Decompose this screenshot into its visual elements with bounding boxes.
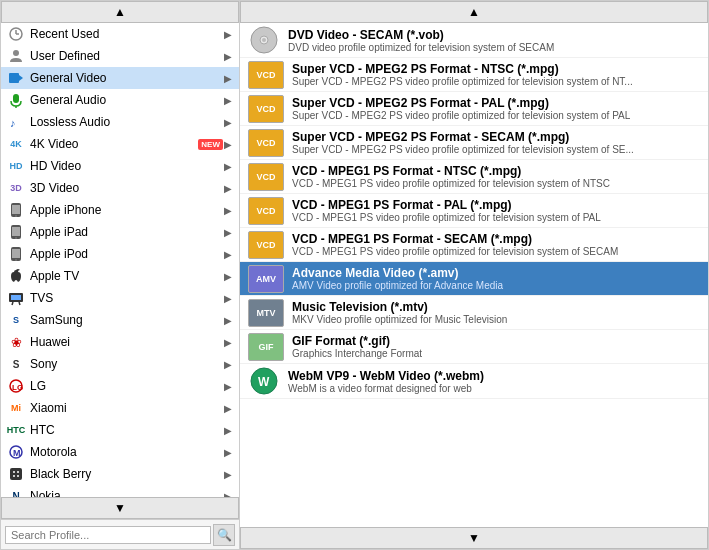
left-item-sony[interactable]: SSony▶ bbox=[1, 353, 239, 375]
left-scroll-up[interactable]: ▲ bbox=[1, 1, 239, 23]
left-item-xiaomi[interactable]: MiXiaomi▶ bbox=[1, 397, 239, 419]
left-item-label-huawei: Huawei bbox=[30, 335, 223, 349]
sony-icon: S bbox=[7, 355, 25, 373]
arrow-icon-blackberry: ▶ bbox=[223, 469, 233, 480]
right-desc-vcd-pal: VCD - MPEG1 PS video profile optimized f… bbox=[292, 212, 700, 223]
left-item-samsung[interactable]: SSamSung▶ bbox=[1, 309, 239, 331]
left-item-user-defined[interactable]: User Defined▶ bbox=[1, 45, 239, 67]
right-item-svcd-pal[interactable]: VCDSuper VCD - MPEG2 PS Format - PAL (*.… bbox=[240, 92, 708, 126]
right-text-gif: GIF Format (*.gif)Graphics Interchange F… bbox=[292, 334, 700, 359]
svg-text:LG: LG bbox=[12, 383, 23, 392]
right-desc-svcd-secam: Super VCD - MPEG2 PS video profile optim… bbox=[292, 144, 700, 155]
right-icon-vcd-secam: VCD bbox=[248, 231, 284, 259]
left-panel: ▲ Recent Used▶User Defined▶General Video… bbox=[0, 0, 240, 550]
left-item-label-tvs: TVS bbox=[30, 291, 223, 305]
right-text-svcd-ntsc: Super VCD - MPEG2 PS Format - NTSC (*.mp… bbox=[292, 62, 700, 87]
right-item-dvd-secam[interactable]: DVD Video - SECAM (*.vob)DVD video profi… bbox=[240, 23, 708, 58]
arrow-icon-samsung: ▶ bbox=[223, 315, 233, 326]
svg-rect-26 bbox=[10, 468, 22, 480]
arrow-icon-htc: ▶ bbox=[223, 425, 233, 436]
left-item-3d-video[interactable]: 3D3D Video▶ bbox=[1, 177, 239, 199]
right-title-vcd-pal: VCD - MPEG1 PS Format - PAL (*.mpg) bbox=[292, 198, 700, 212]
arrow-icon-4k-video: ▶ bbox=[223, 139, 233, 150]
left-item-label-apple-iphone: Apple iPhone bbox=[30, 203, 223, 217]
htc-icon: HTC bbox=[7, 421, 25, 439]
left-item-general-audio[interactable]: General Audio▶ bbox=[1, 89, 239, 111]
left-item-label-hd-video: HD Video bbox=[30, 159, 223, 173]
left-item-label-general-video: General Video bbox=[30, 71, 223, 85]
right-list: DVD Video - SECAM (*.vob)DVD video profi… bbox=[240, 23, 708, 527]
arrow-icon-hd-video: ▶ bbox=[223, 161, 233, 172]
left-item-label-xiaomi: Xiaomi bbox=[30, 401, 223, 415]
left-item-htc[interactable]: HTCHTC▶ bbox=[1, 419, 239, 441]
right-scroll-down[interactable]: ▼ bbox=[240, 527, 708, 549]
right-item-vcd-secam[interactable]: VCDVCD - MPEG1 PS Format - SECAM (*.mpg)… bbox=[240, 228, 708, 262]
appletv-icon bbox=[7, 267, 25, 285]
right-scroll-up[interactable]: ▲ bbox=[240, 1, 708, 23]
blackberry-icon bbox=[7, 465, 25, 483]
svg-rect-10 bbox=[12, 205, 20, 214]
left-item-label-samsung: SamSung bbox=[30, 313, 223, 327]
svg-rect-16 bbox=[12, 249, 20, 258]
left-item-tvs[interactable]: TVS▶ bbox=[1, 287, 239, 309]
left-item-huawei[interactable]: ❀Huawei▶ bbox=[1, 331, 239, 353]
right-text-webm: WebM VP9 - WebM Video (*.webm)WebM is a … bbox=[288, 369, 700, 394]
left-item-apple-ipod[interactable]: Apple iPod▶ bbox=[1, 243, 239, 265]
svg-text:♪: ♪ bbox=[10, 117, 16, 129]
right-item-gif[interactable]: GIFGIF Format (*.gif)Graphics Interchang… bbox=[240, 330, 708, 364]
right-icon-svcd-pal: VCD bbox=[248, 95, 284, 123]
svg-rect-19 bbox=[11, 295, 21, 300]
left-item-4k-video[interactable]: 4K4K VideoNEW▶ bbox=[1, 133, 239, 155]
left-scroll-down[interactable]: ▼ bbox=[1, 497, 239, 519]
right-icon-svcd-secam: VCD bbox=[248, 129, 284, 157]
left-item-nokia[interactable]: NNokia▶ bbox=[1, 485, 239, 497]
arrow-icon-recent-used: ▶ bbox=[223, 29, 233, 40]
right-desc-webm: WebM is a video format designed for web bbox=[288, 383, 700, 394]
right-text-vcd-pal: VCD - MPEG1 PS Format - PAL (*.mpg)VCD -… bbox=[292, 198, 700, 223]
motorola-icon: M bbox=[7, 443, 25, 461]
arrow-icon-user-defined: ▶ bbox=[223, 51, 233, 62]
left-item-lossless-audio[interactable]: ♪Lossless Audio▶ bbox=[1, 111, 239, 133]
left-item-apple-ipad[interactable]: Apple iPad▶ bbox=[1, 221, 239, 243]
left-item-label-apple-ipod: Apple iPod bbox=[30, 247, 223, 261]
search-button[interactable]: 🔍 bbox=[213, 524, 235, 546]
left-item-lg[interactable]: LGLG▶ bbox=[1, 375, 239, 397]
left-item-apple[interactable]: Apple TV▶ bbox=[1, 265, 239, 287]
svg-rect-13 bbox=[12, 227, 20, 236]
right-item-svcd-ntsc[interactable]: VCDSuper VCD - MPEG2 PS Format - NTSC (*… bbox=[240, 58, 708, 92]
right-icon-amv: AMV bbox=[248, 265, 284, 293]
right-text-dvd-secam: DVD Video - SECAM (*.vob)DVD video profi… bbox=[288, 28, 700, 53]
svg-line-20 bbox=[12, 302, 13, 305]
search-input[interactable] bbox=[5, 526, 211, 544]
arrow-icon-lossless-audio: ▶ bbox=[223, 117, 233, 128]
right-title-webm: WebM VP9 - WebM Video (*.webm) bbox=[288, 369, 700, 383]
right-panel: ▲ DVD Video - SECAM (*.vob)DVD video pro… bbox=[240, 0, 709, 550]
right-title-dvd-secam: DVD Video - SECAM (*.vob) bbox=[288, 28, 700, 42]
left-item-general-video[interactable]: General Video▶ bbox=[1, 67, 239, 89]
left-item-label-lg: LG bbox=[30, 379, 223, 393]
left-item-apple-iphone[interactable]: Apple iPhone▶ bbox=[1, 199, 239, 221]
left-item-label-user-defined: User Defined bbox=[30, 49, 223, 63]
arrow-icon-sony: ▶ bbox=[223, 359, 233, 370]
right-title-gif: GIF Format (*.gif) bbox=[292, 334, 700, 348]
svg-point-14 bbox=[15, 237, 17, 239]
left-item-hd-video[interactable]: HDHD Video▶ bbox=[1, 155, 239, 177]
left-item-recent-used[interactable]: Recent Used▶ bbox=[1, 23, 239, 45]
arrow-icon-motorola: ▶ bbox=[223, 447, 233, 458]
right-item-svcd-secam[interactable]: VCDSuper VCD - MPEG2 PS Format - SECAM (… bbox=[240, 126, 708, 160]
right-desc-vcd-ntsc: VCD - MPEG1 PS video profile optimized f… bbox=[292, 178, 700, 189]
nokia-icon: N bbox=[7, 487, 25, 497]
svg-point-30 bbox=[17, 475, 19, 477]
right-desc-vcd-secam: VCD - MPEG1 PS video profile optimized f… bbox=[292, 246, 700, 257]
right-item-webm[interactable]: WWebM VP9 - WebM Video (*.webm)WebM is a… bbox=[240, 364, 708, 399]
right-item-mtv[interactable]: MTVMusic Television (*.mtv)MKV Video pro… bbox=[240, 296, 708, 330]
right-item-amv[interactable]: AMVAdvance Media Video (*.amv)AMV Video … bbox=[240, 262, 708, 296]
arrow-icon-apple: ▶ bbox=[223, 271, 233, 282]
right-icon-dvd-secam bbox=[248, 25, 280, 55]
right-item-vcd-ntsc[interactable]: VCDVCD - MPEG1 PS Format - NTSC (*.mpg)V… bbox=[240, 160, 708, 194]
left-item-motorola[interactable]: MMotorola▶ bbox=[1, 441, 239, 463]
audio-icon bbox=[7, 91, 25, 109]
left-item-label-general-audio: General Audio bbox=[30, 93, 223, 107]
left-item-blackberry[interactable]: Black Berry▶ bbox=[1, 463, 239, 485]
right-item-vcd-pal[interactable]: VCDVCD - MPEG1 PS Format - PAL (*.mpg)VC… bbox=[240, 194, 708, 228]
